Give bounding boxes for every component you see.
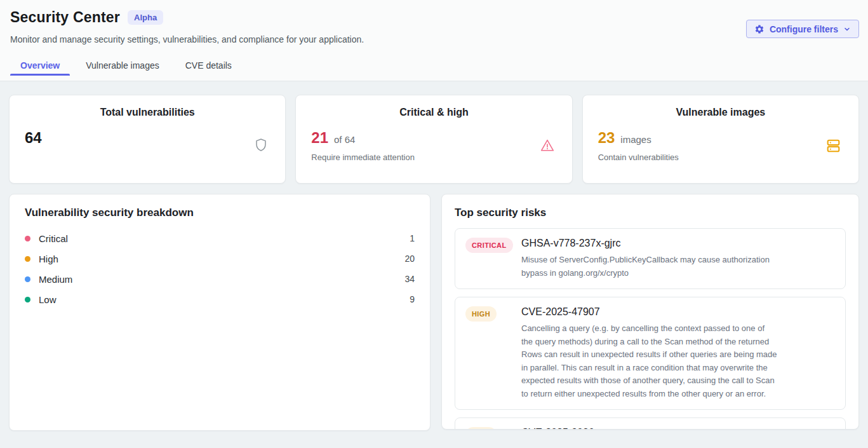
vulnerable-images-value: 23 — [598, 129, 615, 147]
tab-vulnerable-images[interactable]: Vulnerable images — [76, 55, 169, 76]
risk-description: Cancelling a query (e.g. by cancelling t… — [521, 322, 778, 400]
breakdown-row-medium: Medium 34 — [25, 269, 415, 289]
vulnerability-breakdown-panel: Vulnerability security breakdown Critica… — [9, 194, 431, 431]
critical-high-value: 21 — [311, 129, 328, 147]
breakdown-row-critical: Critical 1 — [25, 228, 415, 248]
top-security-risks-panel: Top security risks CRITICAL GHSA-v778-23… — [441, 194, 859, 430]
breakdown-label: Critical — [39, 233, 68, 244]
risk-card-ghsa-v778-237x-gjrc[interactable]: CRITICAL GHSA-v778-237x-gjrc Misuse of S… — [455, 228, 846, 289]
breakdown-title: Vulnerability security breakdown — [25, 207, 415, 219]
breakdown-count: 1 — [410, 233, 415, 243]
risk-id: CVE-2025-9086 — [521, 427, 778, 430]
breakdown-label: Low — [39, 294, 57, 305]
risk-list: CRITICAL GHSA-v778-237x-gjrc Misuse of S… — [455, 228, 846, 430]
breakdown-row-low: Low 9 — [25, 289, 415, 309]
stat-card-title: Total vulnerabilities — [25, 107, 270, 118]
high-dot-icon — [25, 256, 30, 262]
risk-id: CVE-2025-47907 — [521, 306, 778, 318]
stat-card-title: Vulnerable images — [598, 107, 843, 118]
vulnerable-images-suffix: images — [620, 134, 651, 145]
severity-badge-high: HIGH — [465, 427, 497, 430]
configure-filters-button[interactable]: Configure filters — [746, 20, 859, 38]
breakdown-row-high: High 20 — [25, 248, 415, 269]
tab-cve-details[interactable]: CVE details — [175, 55, 242, 76]
risk-description: Misuse of ServerConfig.PublicKeyCallback… — [521, 254, 778, 280]
vulnerable-images-subtitle: Contain vulnerabilities — [598, 153, 843, 162]
breakdown-list: Critical 1 High 20 Medium 34 — [25, 228, 415, 309]
breakdown-count: 20 — [404, 254, 415, 264]
critical-dot-icon — [25, 236, 30, 241]
breakdown-label: High — [39, 254, 58, 264]
risk-card-cve-2025-9086[interactable]: HIGH CVE-2025-9086 — [455, 417, 846, 430]
configure-filters-label: Configure filters — [770, 24, 838, 34]
severity-badge-critical: CRITICAL — [465, 238, 513, 253]
warning-triangle-icon — [539, 137, 556, 156]
title-row: Security Center Alpha — [10, 9, 859, 26]
tab-bar: Overview Vulnerable images CVE details — [10, 55, 859, 76]
image-stack-icon — [825, 137, 842, 157]
risk-id: GHSA-v778-237x-gjrc — [521, 238, 778, 249]
stat-card-vulnerable-images: Vulnerable images 23 images Contain vuln… — [582, 95, 859, 184]
alpha-badge: Alpha — [128, 10, 163, 25]
stat-card-title: Critical & high — [311, 107, 556, 118]
breakdown-count: 34 — [404, 274, 415, 284]
page-subtitle: Monitor and manage security settings, vu… — [10, 34, 859, 44]
low-dot-icon — [25, 297, 30, 302]
top-risks-title: Top security risks — [455, 207, 846, 219]
critical-high-subtitle: Require immediate attention — [311, 153, 556, 162]
stat-card-total-vulnerabilities: Total vulnerabilities 64 — [9, 95, 286, 184]
breakdown-label: Medium — [39, 274, 72, 285]
tab-overview[interactable]: Overview — [10, 55, 70, 76]
gear-icon — [754, 24, 765, 34]
page-title: Security Center — [10, 9, 120, 26]
risk-card-cve-2025-47907[interactable]: HIGH CVE-2025-47907 Cancelling a query (… — [455, 297, 846, 410]
total-vulnerabilities-value: 64 — [25, 129, 42, 147]
chevron-down-icon — [843, 25, 851, 33]
severity-badge-high: HIGH — [465, 306, 497, 322]
panel-row: Vulnerability security breakdown Critica… — [9, 194, 859, 431]
medium-dot-icon — [25, 276, 30, 282]
breakdown-count: 9 — [410, 294, 415, 304]
main-content: Total vulnerabilities 64 Critical & high… — [0, 81, 868, 431]
critical-high-suffix: of 64 — [334, 134, 355, 145]
shield-icon — [253, 137, 269, 155]
page-header: Security Center Alpha Monitor and manage… — [0, 0, 868, 81]
stat-card-critical-high: Critical & high 21 of 64 Require immedia… — [295, 95, 572, 184]
stat-card-row: Total vulnerabilities 64 Critical & high… — [9, 95, 859, 184]
